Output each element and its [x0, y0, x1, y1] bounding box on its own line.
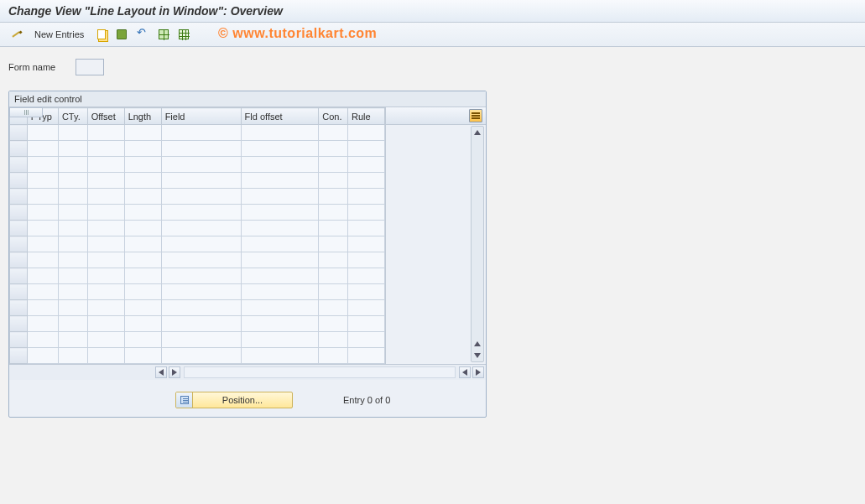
- cell[interactable]: [161, 205, 241, 221]
- cell[interactable]: [87, 157, 124, 173]
- cell[interactable]: [347, 189, 384, 205]
- cell[interactable]: [347, 332, 384, 348]
- cell[interactable]: [27, 348, 58, 364]
- cell[interactable]: [58, 189, 87, 205]
- cell[interactable]: [319, 268, 348, 284]
- cell[interactable]: [27, 141, 58, 157]
- cell[interactable]: [124, 300, 161, 316]
- cell[interactable]: [27, 332, 58, 348]
- cell[interactable]: [319, 157, 348, 173]
- cell[interactable]: [124, 205, 161, 221]
- cell[interactable]: [124, 189, 161, 205]
- cell[interactable]: [27, 125, 58, 141]
- hscroll-left-button[interactable]: [155, 366, 167, 378]
- cell[interactable]: [319, 348, 348, 364]
- cell[interactable]: [347, 300, 384, 316]
- cell[interactable]: [58, 173, 87, 189]
- data-grid[interactable]: PTyp CTy. Offset Lngth Field Fld offset …: [9, 107, 385, 364]
- col-fldoffset[interactable]: Fld offset: [241, 108, 319, 125]
- cell[interactable]: [87, 300, 124, 316]
- hscroll-thumb[interactable]: [9, 107, 43, 117]
- cell[interactable]: [347, 348, 384, 364]
- cell[interactable]: [161, 284, 241, 300]
- cell[interactable]: [27, 268, 58, 284]
- cell[interactable]: [241, 189, 319, 205]
- cell[interactable]: [161, 236, 241, 252]
- cell[interactable]: [319, 236, 348, 252]
- col-con[interactable]: Con.: [319, 108, 348, 125]
- cell[interactable]: [241, 157, 319, 173]
- table-settings-button[interactable]: [469, 109, 482, 122]
- table-row[interactable]: [10, 236, 385, 252]
- select-all-button[interactable]: [155, 26, 172, 43]
- cell[interactable]: [124, 236, 161, 252]
- cell[interactable]: [124, 284, 161, 300]
- table-row[interactable]: [10, 332, 385, 348]
- cell[interactable]: [347, 284, 384, 300]
- cell[interactable]: [58, 300, 87, 316]
- cell[interactable]: [58, 268, 87, 284]
- cell[interactable]: [241, 173, 319, 189]
- cell[interactable]: [124, 252, 161, 268]
- cell[interactable]: [87, 316, 124, 332]
- scroll-up2-icon[interactable]: [474, 338, 481, 350]
- hscroll-left2-button[interactable]: [459, 366, 471, 378]
- cell[interactable]: [124, 316, 161, 332]
- cell[interactable]: [347, 141, 384, 157]
- form-name-input[interactable]: [76, 59, 104, 75]
- table-row[interactable]: [10, 205, 385, 221]
- cell[interactable]: [27, 205, 58, 221]
- cell[interactable]: [58, 221, 87, 236]
- row-selector[interactable]: [10, 236, 28, 252]
- cell[interactable]: [58, 348, 87, 364]
- cell[interactable]: [161, 141, 241, 157]
- row-selector[interactable]: [10, 125, 28, 141]
- cell[interactable]: [27, 284, 58, 300]
- cell[interactable]: [58, 125, 87, 141]
- cell[interactable]: [27, 221, 58, 236]
- table-row[interactable]: [10, 157, 385, 173]
- cell[interactable]: [27, 236, 58, 252]
- cell[interactable]: [58, 236, 87, 252]
- change-button[interactable]: [7, 26, 25, 43]
- cell[interactable]: [124, 268, 161, 284]
- cell[interactable]: [347, 173, 384, 189]
- row-selector[interactable]: [10, 157, 28, 173]
- table-row[interactable]: [10, 125, 385, 141]
- cell[interactable]: [161, 316, 241, 332]
- cell[interactable]: [27, 316, 58, 332]
- cell[interactable]: [241, 332, 319, 348]
- cell[interactable]: [87, 236, 124, 252]
- cell[interactable]: [241, 268, 319, 284]
- cell[interactable]: [161, 173, 241, 189]
- row-selector[interactable]: [10, 348, 28, 364]
- cell[interactable]: [87, 189, 124, 205]
- cell[interactable]: [27, 300, 58, 316]
- row-selector[interactable]: [10, 221, 28, 236]
- row-selector[interactable]: [10, 252, 28, 268]
- row-selector[interactable]: [10, 189, 28, 205]
- cell[interactable]: [241, 348, 319, 364]
- cell[interactable]: [319, 300, 348, 316]
- cell[interactable]: [87, 221, 124, 236]
- position-button[interactable]: Position...: [175, 392, 293, 408]
- cell[interactable]: [124, 141, 161, 157]
- cell[interactable]: [241, 221, 319, 236]
- cell[interactable]: [161, 125, 241, 141]
- cell[interactable]: [241, 141, 319, 157]
- cell[interactable]: [347, 157, 384, 173]
- cell[interactable]: [319, 221, 348, 236]
- cell[interactable]: [347, 316, 384, 332]
- table-row[interactable]: [10, 141, 385, 157]
- cell[interactable]: [58, 141, 87, 157]
- copy-button[interactable]: [93, 26, 110, 43]
- cell[interactable]: [161, 268, 241, 284]
- row-selector[interactable]: [10, 284, 28, 300]
- scroll-up-icon[interactable]: [472, 127, 483, 138]
- cell[interactable]: [27, 189, 58, 205]
- cell[interactable]: [241, 284, 319, 300]
- cell[interactable]: [87, 268, 124, 284]
- row-selector[interactable]: [10, 300, 28, 316]
- cell[interactable]: [319, 316, 348, 332]
- undo-button[interactable]: [133, 26, 152, 43]
